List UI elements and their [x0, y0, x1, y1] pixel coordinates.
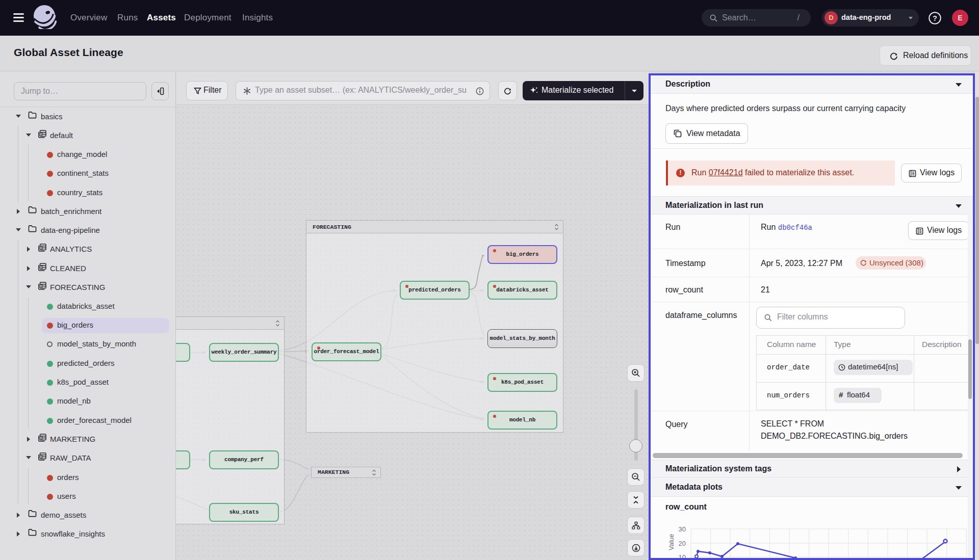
svg-text:Value: Value — [667, 534, 675, 550]
svg-text:?: ? — [933, 14, 937, 22]
svg-text:20: 20 — [679, 540, 686, 547]
svg-text:30: 30 — [679, 525, 686, 533]
svg-text:10: 10 — [679, 553, 686, 558]
